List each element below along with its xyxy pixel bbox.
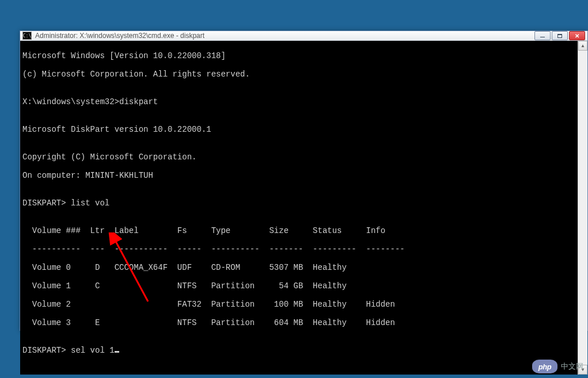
table-row: Volume 2 FAT32 Partition 100 MB Healthy … xyxy=(22,300,575,309)
prompt-text: DISKPART> sel vol 1 xyxy=(22,346,115,355)
watermark: php 中文网 xyxy=(532,360,583,373)
output-line: Microsoft DiskPart version 10.0.22000.1 xyxy=(22,125,575,134)
terminal-area: Microsoft Windows [Version 10.0.22000.31… xyxy=(20,41,587,375)
table-divider: ---------- --- ----------- ----- -------… xyxy=(22,245,575,254)
scroll-track[interactable] xyxy=(578,51,587,365)
prompt-line: X:\windows\system32>diskpart xyxy=(22,97,575,106)
maximize-button[interactable] xyxy=(552,31,568,40)
titlebar[interactable]: C:\ Administrator: X:\windows\system32\c… xyxy=(20,31,587,41)
scrollbar[interactable]: ▲ ▼ xyxy=(578,41,587,375)
table-row: Volume 0 D CCCOMA_X64F UDF CD-ROM 5307 M… xyxy=(22,263,575,272)
minimize-button[interactable] xyxy=(534,31,551,40)
output-line: Copyright (C) Microsoft Corporation. xyxy=(22,152,575,162)
table-header: Volume ### Ltr Label Fs Type Size Status… xyxy=(22,226,575,235)
prompt-line: DISKPART> list vol xyxy=(22,198,575,208)
current-prompt: DISKPART> sel vol 1 xyxy=(22,346,575,355)
close-button[interactable]: ✕ xyxy=(569,31,585,40)
output-line: (c) Microsoft Corporation. All rights re… xyxy=(22,70,575,79)
cmd-window: C:\ Administrator: X:\windows\system32\c… xyxy=(20,30,588,331)
php-logo-icon: php xyxy=(532,360,557,373)
output-line: On computer: MININT-KKHLTUH xyxy=(22,171,575,180)
terminal-output[interactable]: Microsoft Windows [Version 10.0.22000.31… xyxy=(20,41,578,375)
window-title: Administrator: X:\windows\system32\cmd.e… xyxy=(35,32,534,40)
window-controls: ✕ xyxy=(534,31,585,40)
watermark-text: 中文网 xyxy=(561,361,583,372)
table-row: Volume 3 E NTFS Partition 604 MB Healthy… xyxy=(22,318,575,327)
table-row: Volume 1 C NTFS Partition 54 GB Healthy xyxy=(22,281,575,291)
cursor xyxy=(115,351,119,353)
scroll-up-button[interactable]: ▲ xyxy=(578,41,587,51)
cmd-icon: C:\ xyxy=(22,32,32,40)
output-line: Microsoft Windows [Version 10.0.22000.31… xyxy=(22,51,575,60)
